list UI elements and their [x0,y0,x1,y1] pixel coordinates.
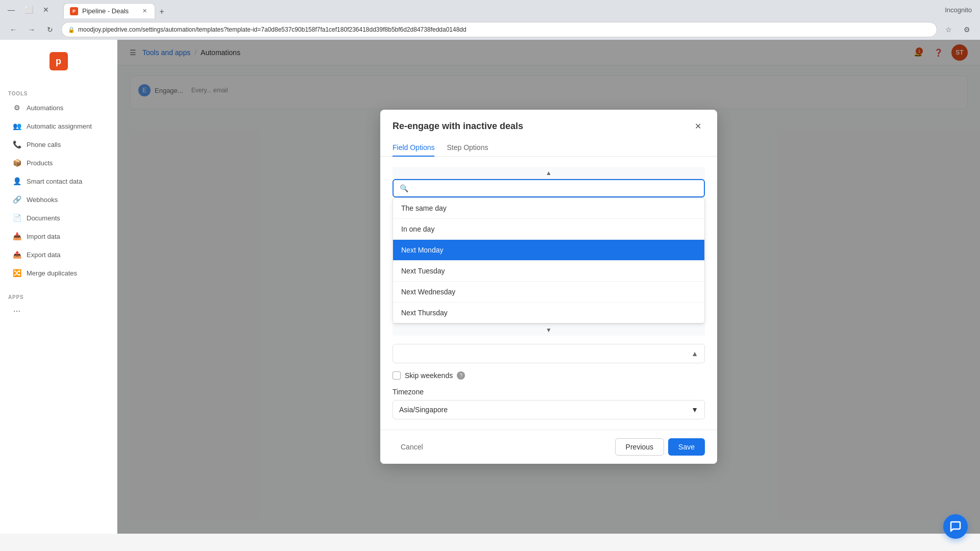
dropdown-scroll-down[interactable]: ▼ [393,323,705,336]
tab-title: Pipeline - Deals [82,7,129,15]
sidebar: p TOOLS ⚙ Automations 👥 Automatic assign… [0,40,117,534]
minimize-btn[interactable]: — [4,3,18,17]
cancel-button[interactable]: Cancel [393,439,431,455]
chevron-down-icon: ▼ [546,327,552,334]
dropdown-item-next-thursday[interactable]: Next Thursday [393,303,704,323]
dropdown-list: The same day In one day Next Monday Next… [393,197,705,323]
sidebar-item-automations-label: Automations [27,104,63,112]
sidebar-item-phone-calls-label: Phone calls [27,141,61,148]
apps-section-title: APPS [0,290,117,302]
import-icon: 📥 [12,232,21,241]
modal-footer: Cancel Previous Save [380,430,717,464]
merge-icon: 🔀 [12,268,21,278]
sidebar-item-export-label: Export data [27,251,61,259]
modal-body: ▲ 🔍 The same day In one day Next Monday [380,157,717,430]
tab-step-options[interactable]: Step Options [447,139,488,157]
back-btn[interactable]: ← [6,22,20,37]
tab-close-btn[interactable]: ✕ [140,7,149,15]
timezone-value: Asia/Singapore [399,406,448,414]
modal-title: Re-engage with inactive deals [393,121,523,132]
save-button[interactable]: Save [668,438,705,456]
browser-toolbar-actions: Incognito [945,6,976,14]
previous-button[interactable]: Previous [615,438,664,456]
skip-weekends-label: Skip weekends [405,371,453,380]
sidebar-item-automatic-assignment[interactable]: 👥 Automatic assignment [4,117,113,135]
fab-button[interactable] [943,514,968,539]
sidebar-item-export-data[interactable]: 📤 Export data [4,246,113,263]
sidebar-item-webhooks-label: Webhooks [27,196,58,204]
skip-weekends-checkbox[interactable] [393,371,401,380]
sidebar-item-products-label: Products [27,159,53,167]
close-btn[interactable]: ✕ [39,3,53,17]
sidebar-item-phone-calls[interactable]: 📞 Phone calls [4,136,113,153]
search-icon: 🔍 [400,184,408,192]
products-icon: 📦 [12,158,21,167]
maximize-btn[interactable]: ⬜ [21,3,36,17]
forward-btn[interactable]: → [24,22,39,37]
dropdown-item-next-monday[interactable]: Next Monday [393,240,704,261]
time-selector-dropdown[interactable]: ▲ [393,344,705,363]
tab-favicon: P [70,7,78,15]
phone-calls-icon: 📞 [12,140,21,149]
documents-icon: 📄 [12,213,21,222]
sidebar-item-webhooks[interactable]: 🔗 Webhooks [4,191,113,208]
skip-weekends-help-icon[interactable]: ? [457,371,465,380]
incognito-label: Incognito [945,6,972,14]
tools-section-title: TOOLS [0,87,117,98]
browser-chrome: — ⬜ ✕ P Pipeline - Deals ✕ + Incognito ←… [0,0,980,40]
main-content: ☰ Tools and apps / Automations 🔔 1 ❓ ST … [117,40,980,534]
app-container: p TOOLS ⚙ Automations 👥 Automatic assign… [0,40,980,534]
dropdown-scroll-up[interactable]: ▲ [393,167,705,179]
timezone-dropdown[interactable]: Asia/Singapore ▼ [393,400,705,419]
dropdown-item-same-day[interactable]: The same day [393,198,704,219]
more-apps-icon: ⋯ [12,307,21,316]
chevron-up-icon: ▲ [546,169,552,177]
modal-overlay: Re-engage with inactive deals ✕ Field Op… [117,40,980,534]
modal-dialog: Re-engage with inactive deals ✕ Field Op… [380,110,717,464]
app-logo: p [50,52,68,70]
reload-btn[interactable]: ↻ [43,22,57,37]
sidebar-item-documents-label: Documents [27,214,60,222]
tab-field-options[interactable]: Field Options [393,139,434,157]
modal-tabs: Field Options Step Options [380,139,717,157]
search-input[interactable] [412,184,698,192]
export-icon: 📤 [12,250,21,259]
dropdown-item-next-wednesday[interactable]: Next Wednesday [393,282,704,303]
timezone-label: Timezone [393,388,705,396]
sidebar-item-smart-contact-label: Smart contact data [27,178,82,185]
sidebar-item-import-label: Import data [27,233,60,240]
sidebar-item-automatic-assignment-label: Automatic assignment [27,122,92,130]
extensions-btn[interactable]: ⚙ [960,22,974,37]
sidebar-item-import-data[interactable]: 📥 Import data [4,228,113,245]
address-bar[interactable]: 🔒 moodjoy.pipedrive.com/settings/automat… [61,22,937,37]
lock-icon: 🔒 [68,27,75,33]
dropdown-arrow-up: ▲ [691,349,698,358]
modal-close-btn[interactable]: ✕ [691,119,705,133]
search-wrapper: 🔍 [393,179,705,197]
dropdown-item-one-day[interactable]: In one day [393,219,704,240]
bookmark-btn[interactable]: ☆ [941,22,955,37]
window-controls[interactable]: — ⬜ ✕ [4,3,53,17]
day-selector-container: ▲ 🔍 The same day In one day Next Monday [393,167,705,336]
new-tab-btn[interactable]: + [155,5,168,18]
sidebar-item-apps-more[interactable]: ⋯ [4,303,113,320]
sidebar-item-products[interactable]: 📦 Products [4,154,113,171]
sidebar-item-merge-duplicates[interactable]: 🔀 Merge duplicates [4,264,113,282]
dropdown-item-next-tuesday[interactable]: Next Tuesday [393,261,704,282]
browser-tab[interactable]: P Pipeline - Deals ✕ [63,3,155,18]
automatic-assignment-icon: 👥 [12,121,21,131]
skip-weekends-row: Skip weekends ? [393,371,705,380]
url-text: moodjoy.pipedrive.com/settings/automatio… [78,26,467,33]
sidebar-item-smart-contact[interactable]: 👤 Smart contact data [4,172,113,190]
automations-icon: ⚙ [12,103,21,112]
modal-header: Re-engage with inactive deals ✕ [380,110,717,133]
webhooks-icon: 🔗 [12,195,21,204]
sidebar-item-documents[interactable]: 📄 Documents [4,209,113,227]
sidebar-item-merge-label: Merge duplicates [27,269,77,277]
sidebar-item-automations[interactable]: ⚙ Automations [4,99,113,116]
timezone-chevron-down: ▼ [691,406,698,414]
footer-right-actions: Previous Save [615,438,705,456]
smart-contact-icon: 👤 [12,177,21,186]
